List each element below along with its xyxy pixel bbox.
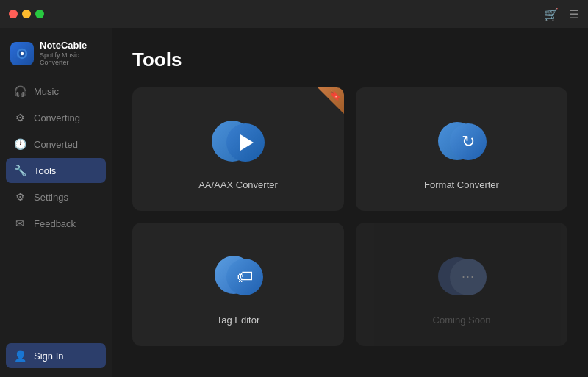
- icon-circle-front: ···: [450, 259, 487, 295]
- settings-icon: ⚙: [13, 191, 26, 203]
- minimize-button[interactable]: [22, 10, 31, 18]
- icon-circle-front: [226, 123, 265, 162]
- app-subtitle: Spotify Music Converter: [40, 51, 101, 68]
- title-bar: 🛒 ☰: [0, 0, 588, 28]
- converted-icon: 🕐: [13, 138, 26, 150]
- app-name: NoteCable: [40, 40, 101, 51]
- logo-icon: [10, 42, 34, 65]
- coming-soon-label: Coming Soon: [433, 315, 491, 326]
- play-icon: [240, 134, 254, 151]
- sidebar-item-settings[interactable]: ⚙ Settings: [6, 184, 106, 209]
- format-converter-label: Format Converter: [424, 179, 499, 190]
- badge-icon: 🔖: [329, 90, 341, 101]
- sidebar-label-settings: Settings: [34, 192, 68, 203]
- svg-point-2: [21, 51, 24, 55]
- tag-icon: 🏷: [237, 268, 253, 287]
- sidebar-bottom: 👤 Sign In: [0, 337, 112, 377]
- page-title: Tools: [132, 49, 567, 71]
- new-badge: 🔖: [318, 87, 344, 114]
- aax-converter-icon: [212, 115, 265, 168]
- icon-circle-front: ↻: [450, 123, 487, 160]
- close-button[interactable]: [9, 10, 18, 18]
- sidebar-label-converting: Converting: [34, 112, 80, 123]
- tool-card-aax-converter[interactable]: 🔖 AA/AAX Converter: [132, 87, 344, 211]
- tools-icon: 🔧: [13, 165, 26, 176]
- format-converter-icon: ↻: [435, 115, 488, 168]
- tool-card-format-converter[interactable]: ↻ Format Converter: [356, 87, 567, 211]
- traffic-lights: [9, 10, 44, 18]
- aax-converter-label: AA/AAX Converter: [198, 179, 278, 190]
- main-content: Tools 🔖 AA/AAX Converter: [112, 28, 588, 377]
- tools-grid: 🔖 AA/AAX Converter ↻ Form: [132, 87, 567, 346]
- sidebar-label-music: Music: [34, 86, 59, 97]
- sidebar-label-feedback: Feedback: [34, 218, 76, 229]
- sidebar-item-tools[interactable]: 🔧 Tools: [6, 158, 106, 183]
- converting-icon: ⚙: [13, 112, 26, 123]
- icon-circle-front: 🏷: [226, 259, 263, 295]
- sidebar-label-converted: Converted: [34, 139, 78, 150]
- logo-text: NoteCable Spotify Music Converter: [40, 40, 101, 67]
- title-bar-right: 🛒 ☰: [544, 7, 579, 21]
- coming-soon-icon: ···: [435, 250, 488, 303]
- refresh-icon: ↻: [462, 132, 475, 151]
- cart-icon[interactable]: 🛒: [544, 7, 559, 21]
- maximize-button[interactable]: [35, 10, 44, 18]
- sidebar-item-converted[interactable]: 🕐 Converted: [6, 132, 106, 157]
- app-logo: NoteCable Spotify Music Converter: [0, 34, 112, 79]
- sidebar: NoteCable Spotify Music Converter 🎧 Musi…: [0, 28, 112, 377]
- tag-editor-label: Tag Editor: [217, 315, 260, 326]
- sign-in-button[interactable]: 👤 Sign In: [6, 343, 106, 368]
- user-icon: 👤: [13, 350, 26, 362]
- sidebar-nav: 🎧 Music ⚙ Converting 🕐 Converted 🔧 Tools…: [0, 79, 112, 337]
- dots-icon: ···: [462, 269, 475, 284]
- app-body: NoteCable Spotify Music Converter 🎧 Musi…: [0, 28, 588, 377]
- sign-in-label: Sign In: [34, 351, 63, 362]
- sidebar-item-converting[interactable]: ⚙ Converting: [6, 105, 106, 130]
- menu-icon[interactable]: ☰: [569, 7, 579, 21]
- headphones-icon: 🎧: [13, 85, 26, 97]
- sidebar-item-music[interactable]: 🎧 Music: [6, 79, 106, 104]
- tool-card-coming-soon: ··· Coming Soon: [356, 223, 567, 346]
- tag-editor-icon: 🏷: [212, 250, 265, 303]
- feedback-icon: ✉: [13, 218, 26, 229]
- sidebar-item-feedback[interactable]: ✉ Feedback: [6, 211, 106, 236]
- sidebar-label-tools: Tools: [34, 165, 56, 176]
- tool-card-tag-editor[interactable]: 🏷 Tag Editor: [132, 223, 344, 346]
